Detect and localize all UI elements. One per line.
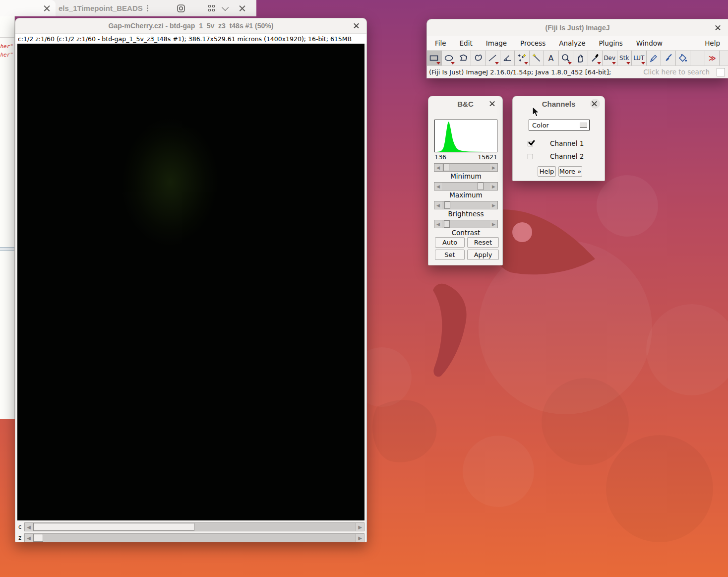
z-slider[interactable]: ◀ ▶ (24, 533, 364, 542)
background-tab-active[interactable]: els_1Timepoint_BEADS (56, 0, 171, 16)
menu-edit[interactable]: Edit (460, 39, 473, 47)
slider-left-arrow-icon[interactable]: ◀ (434, 164, 442, 171)
grid-view-icon[interactable] (205, 2, 218, 15)
flood-fill-icon (677, 53, 688, 64)
fiji-close-button[interactable] (714, 23, 724, 33)
slider-right-arrow-icon[interactable]: ▶ (490, 183, 497, 190)
svg-text:A: A (548, 54, 554, 63)
zoom-tool-button[interactable] (559, 51, 574, 65)
minimum-slider-track[interactable] (442, 164, 490, 171)
channels-close-button[interactable] (590, 99, 600, 109)
c-slider[interactable]: ◀ ▶ (24, 522, 364, 531)
lut-button[interactable]: LUT (632, 51, 647, 65)
contrast-slider[interactable]: ◀ ▶ (434, 220, 498, 228)
menu-plugins[interactable]: Plugins (599, 39, 622, 47)
channel-2-checkbox[interactable] (528, 154, 533, 159)
slider-left-arrow-icon[interactable]: ◀ (434, 183, 442, 190)
text-tool-button[interactable]: A (544, 51, 559, 65)
close-icon[interactable] (237, 2, 248, 15)
code-snippet: her" her" (0, 42, 14, 59)
hand-tool-button[interactable] (573, 51, 588, 65)
image-window-titlebar[interactable]: Gap-mCherry.czi - btd-gap_1_5v_z3_t48s #… (15, 18, 366, 33)
scroll-right-icon[interactable]: ▶ (356, 523, 364, 531)
tab-menu-icon[interactable] (147, 4, 149, 12)
brightness-slider-thumb[interactable] (444, 201, 450, 209)
wand-tool-button[interactable] (530, 51, 545, 65)
image-window-close-button[interactable] (352, 21, 362, 31)
chevron-down-icon[interactable] (220, 2, 231, 15)
brightness-slider-track[interactable] (442, 201, 490, 209)
channel-mode-dropdown[interactable]: Color (529, 120, 590, 130)
background-tab-partial[interactable] (0, 0, 56, 16)
minimum-slider[interactable]: ◀ ▶ (434, 163, 498, 172)
menu-window[interactable]: Window (636, 39, 663, 47)
minimum-label: Minimum (434, 172, 498, 181)
bnc-sliders: ◀ ▶ Minimum ◀ ▶ Maximum ◀ ▶ Brightness ◀… (434, 162, 498, 238)
minimum-slider-thumb[interactable] (443, 164, 449, 171)
histogram-min-value: 136 (434, 153, 446, 161)
more-tools-button[interactable]: ≫ (705, 51, 720, 65)
z-slider-thumb[interactable] (33, 534, 43, 542)
auto-button[interactable]: Auto (435, 237, 465, 248)
slider-right-arrow-icon[interactable]: ▶ (490, 201, 497, 209)
search-placeholder[interactable]: Click here to search (643, 68, 710, 76)
scroll-left-icon[interactable]: ◀ (25, 523, 33, 531)
point-tool-button[interactable] (515, 51, 530, 65)
menu-analyze[interactable]: Analyze (559, 39, 585, 47)
oval-tool-button[interactable] (442, 51, 457, 65)
scroll-right-icon[interactable]: ▶ (356, 534, 364, 542)
freehand-tool-button[interactable] (471, 51, 486, 65)
set-button[interactable]: Set (435, 250, 465, 260)
more-tools-label: ≫ (709, 54, 716, 62)
channels-titlebar[interactable]: Channels (513, 96, 605, 111)
line-tool-button[interactable] (485, 51, 500, 65)
c-slider-thumb[interactable] (33, 523, 194, 531)
stk-button[interactable]: Stk (617, 51, 632, 65)
close-icon (489, 100, 496, 107)
slider-right-arrow-icon[interactable]: ▶ (490, 164, 497, 171)
maximum-slider-track[interactable] (442, 183, 490, 190)
more-button[interactable]: More » (558, 166, 582, 177)
fiji-toolbar: ADevStkLUT≫ (427, 50, 728, 66)
image-canvas[interactable] (17, 44, 364, 520)
reset-button[interactable]: Reset (467, 237, 499, 248)
flood-fill-tool-button[interactable] (676, 51, 691, 65)
contrast-label: Contrast (434, 228, 498, 238)
channel-1-checkbox[interactable] (528, 141, 533, 146)
fiji-titlebar[interactable]: (Fiji Is Just) ImageJ (427, 19, 728, 36)
angle-tool-button[interactable] (500, 51, 515, 65)
paintbrush-tool-button[interactable] (661, 51, 676, 65)
help-button[interactable]: Help (538, 166, 556, 177)
tab-close-icon[interactable] (44, 5, 51, 12)
image-info-bar: c:1/2 z:1/60 (c:1/2 z:1/60 - btd-gap_1_5… (15, 33, 366, 44)
histogram-max-value: 15621 (478, 153, 497, 161)
menu-help[interactable]: Help (705, 39, 720, 47)
apply-button[interactable]: Apply (467, 250, 499, 260)
camera-icon[interactable] (175, 2, 187, 15)
contrast-slider-thumb[interactable] (444, 220, 450, 228)
maximum-slider-thumb[interactable] (478, 183, 484, 190)
bnc-close-button[interactable] (488, 99, 498, 109)
menu-image[interactable]: Image (486, 39, 507, 47)
close-icon (715, 24, 722, 31)
bnc-titlebar[interactable]: B&C (428, 96, 502, 111)
dev-label: Dev (604, 55, 615, 62)
channel-2-label: Channel 2 (550, 152, 584, 160)
search-input[interactable] (717, 68, 725, 76)
rectangle-tool-button[interactable] (427, 51, 442, 65)
maximum-slider[interactable]: ◀ ▶ (434, 182, 498, 191)
slider-right-arrow-icon[interactable]: ▶ (490, 220, 497, 228)
color-picker-tool-button[interactable] (588, 51, 603, 65)
slider-left-arrow-icon[interactable]: ◀ (434, 201, 442, 209)
slider-left-arrow-icon[interactable]: ◀ (434, 220, 442, 228)
menu-file[interactable]: File (435, 39, 446, 47)
scroll-left-icon[interactable]: ◀ (25, 534, 33, 542)
brightness-slider[interactable]: ◀ ▶ (434, 201, 498, 209)
menu-process[interactable]: Process (520, 39, 546, 47)
dev-button[interactable]: Dev (603, 51, 617, 65)
pencil-tool-button[interactable] (647, 51, 662, 65)
angle-icon (502, 53, 513, 64)
image-window: Gap-mCherry.czi - btd-gap_1_5v_z3_t48s #… (15, 18, 367, 542)
polygon-tool-button[interactable] (456, 51, 471, 65)
contrast-slider-track[interactable] (442, 220, 490, 228)
